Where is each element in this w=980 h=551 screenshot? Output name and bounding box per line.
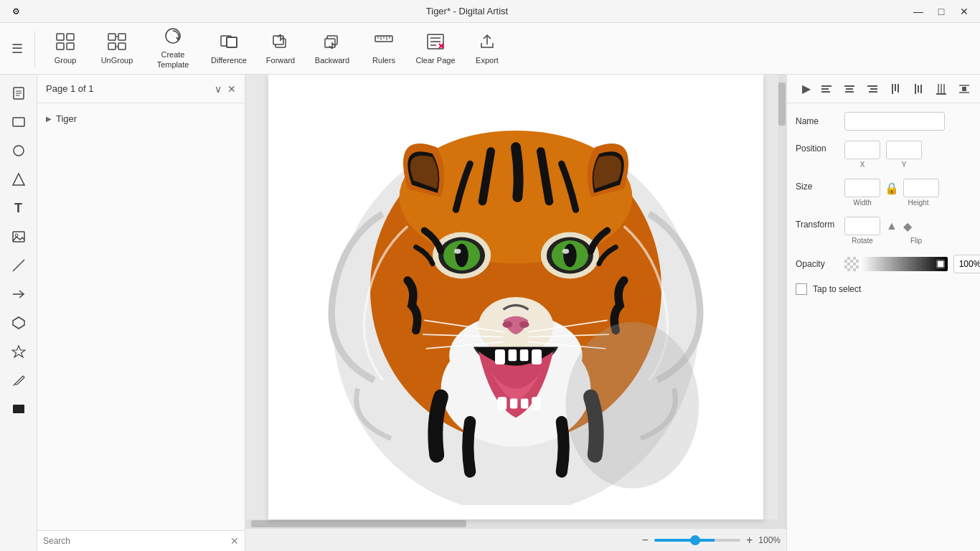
settings-icon: ⚙ <box>12 6 20 17</box>
align-center-button[interactable] <box>839 79 859 99</box>
svg-rect-84 <box>844 85 854 87</box>
tool-star[interactable] <box>6 339 32 364</box>
opacity-thumb[interactable] <box>936 260 945 268</box>
tool-line[interactable] <box>6 253 32 278</box>
position-y-input[interactable] <box>886 141 922 159</box>
size-inputs: 🔒 Width Height <box>844 179 939 207</box>
svg-marker-39 <box>13 174 24 185</box>
position-x-input[interactable] <box>844 141 880 159</box>
layers-header: Page 1 of 1 ∨ ✕ <box>37 75 245 103</box>
svg-rect-81 <box>821 85 831 87</box>
tool-page[interactable] <box>6 80 32 106</box>
x-axis-label: X <box>844 161 880 169</box>
clear-page-button[interactable]: Clear Page <box>411 27 460 70</box>
scroll-thumb-horizontal[interactable] <box>251 520 466 527</box>
svg-rect-89 <box>869 91 877 93</box>
position-label: Position <box>796 141 839 154</box>
tool-text[interactable]: T <box>6 195 32 221</box>
name-input[interactable] <box>844 112 945 131</box>
layers-collapse-button[interactable]: ∨ <box>215 83 222 95</box>
tap-to-select-checkbox[interactable] <box>796 283 807 295</box>
flip-label: Flip <box>886 237 922 245</box>
tool-triangle[interactable] <box>6 166 32 192</box>
transform-inputs: ▲ ◆ Rotate Flip <box>844 217 922 245</box>
hamburger-menu[interactable]: ☰ <box>6 35 29 62</box>
tool-arrow[interactable] <box>6 281 32 307</box>
canvas-white-area[interactable] <box>268 75 763 519</box>
align-bottom-button[interactable] <box>931 79 951 99</box>
minimize-button[interactable]: — <box>908 4 928 19</box>
rotate-input[interactable] <box>844 217 880 235</box>
tool-circle[interactable] <box>6 138 32 164</box>
svg-rect-95 <box>920 85 922 93</box>
rotate-icon[interactable]: ▲ <box>886 220 897 232</box>
canvas-bottom-bar: − + 100% <box>245 528 786 551</box>
align-middle-button[interactable] <box>908 79 928 99</box>
zoom-out-button[interactable]: − <box>642 534 649 547</box>
opacity-value-input[interactable]: 100% <box>953 255 980 273</box>
size-wh-inputs: 🔒 <box>844 179 939 197</box>
opacity-slider-container <box>844 257 948 271</box>
size-label: Size <box>796 179 839 192</box>
ungroup-button[interactable]: UnGroup <box>93 27 141 70</box>
group-button[interactable]: Group <box>41 27 90 70</box>
size-height-input[interactable] <box>903 179 939 197</box>
tool-black-rect[interactable] <box>6 396 32 422</box>
size-lock-icon[interactable]: 🔒 <box>885 182 899 195</box>
svg-point-62 <box>562 249 569 254</box>
svg-rect-3 <box>67 43 74 50</box>
zoom-in-button[interactable]: + <box>746 534 753 547</box>
tool-pen[interactable] <box>6 367 32 393</box>
align-right-button[interactable] <box>862 79 882 99</box>
list-item[interactable]: ▶ Tiger <box>37 109 245 128</box>
rulers-button[interactable]: Rulers <box>359 27 408 70</box>
transform-labels: Rotate Flip <box>844 237 922 245</box>
svg-rect-2 <box>57 43 64 50</box>
forward-button[interactable]: Forward <box>256 27 305 70</box>
align-left-button[interactable] <box>816 79 837 99</box>
maximize-button[interactable]: □ <box>931 4 951 19</box>
close-button[interactable]: ✕ <box>954 4 974 19</box>
svg-rect-40 <box>13 232 24 242</box>
svg-rect-5 <box>118 34 126 40</box>
layers-close-button[interactable]: ✕ <box>227 83 236 95</box>
svg-point-61 <box>454 249 461 254</box>
export-button[interactable]: Export <box>463 27 512 70</box>
svg-rect-92 <box>897 84 899 93</box>
svg-marker-45 <box>12 346 25 357</box>
create-template-label: CreateTemplate <box>157 50 189 69</box>
size-width-input[interactable] <box>844 179 880 197</box>
tool-image[interactable] <box>6 224 32 250</box>
difference-button[interactable]: Difference <box>204 27 253 70</box>
flip-icon[interactable]: ◆ <box>903 220 912 233</box>
create-template-button[interactable]: CreateTemplate <box>144 27 202 70</box>
svg-rect-83 <box>821 91 830 93</box>
svg-line-46 <box>13 385 14 386</box>
zoom-slider[interactable] <box>654 539 740 542</box>
backward-button[interactable]: Backward <box>308 27 357 70</box>
title-bar: ⚙ Tiger* - Digital Artist — □ ✕ <box>0 0 980 23</box>
svg-rect-91 <box>895 84 896 91</box>
rulers-label: Rulers <box>372 56 395 65</box>
tap-to-select-row: Tap to select <box>796 283 971 295</box>
horizontal-scrollbar[interactable] <box>245 519 786 528</box>
position-inputs: X Y <box>844 141 922 169</box>
search-clear-button[interactable]: ✕ <box>230 535 239 547</box>
distribute-button[interactable] <box>954 79 974 99</box>
svg-point-59 <box>455 244 468 267</box>
right-panel-expand-button[interactable]: ▶ <box>799 79 814 98</box>
tool-rectangle[interactable] <box>6 109 32 135</box>
settings-btn[interactable]: ⚙ <box>6 4 26 19</box>
vertical-scrollbar[interactable] <box>778 75 786 519</box>
opacity-property-row: Opacity 100% <box>796 255 971 273</box>
opacity-gradient-bar[interactable] <box>862 257 948 271</box>
svg-rect-72 <box>521 399 528 409</box>
search-input[interactable] <box>43 536 227 546</box>
tiger-illustration <box>308 89 724 505</box>
svg-point-38 <box>14 146 24 156</box>
scroll-thumb-vertical[interactable] <box>778 83 786 126</box>
tool-polygon[interactable] <box>6 310 32 336</box>
canvas-container[interactable] <box>245 75 786 519</box>
align-top-button[interactable] <box>885 79 905 99</box>
left-tools-panel: T <box>0 75 37 551</box>
